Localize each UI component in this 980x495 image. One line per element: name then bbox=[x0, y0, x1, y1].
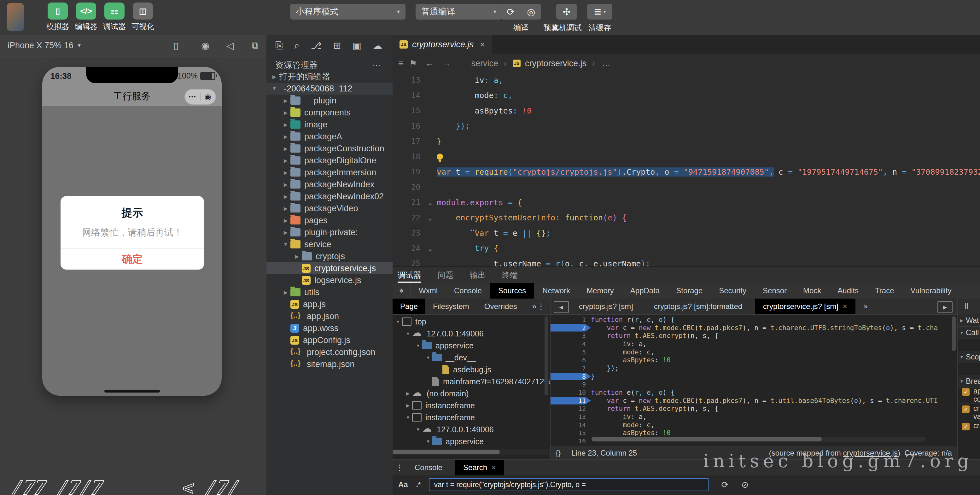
tree-arrow-icon[interactable]: ▶ bbox=[281, 122, 290, 128]
sources-sidebar-tab[interactable]: Overrides bbox=[477, 299, 525, 314]
list-icon[interactable]: ≡ bbox=[398, 58, 403, 68]
toolbar-mode-button-box[interactable]: </> bbox=[76, 3, 96, 19]
tree-arrow-icon[interactable]: ▼ bbox=[404, 415, 412, 420]
breakpoint-line-number[interactable]: 4 bbox=[550, 340, 591, 348]
pause-icon[interactable]: ‖ bbox=[958, 299, 980, 315]
search-input[interactable]: var t = require("cryptojs/cryptojs.js").… bbox=[429, 478, 708, 491]
tree-arrow-icon[interactable]: ▼ bbox=[404, 331, 412, 336]
editor-code-line[interactable]: 16 }); bbox=[393, 119, 980, 134]
editor-code-line[interactable]: 19 var t = require("cryptojs/cryptojs.js… bbox=[393, 164, 980, 180]
breakpoint-line-number[interactable]: 9 bbox=[550, 380, 591, 388]
sources-sidebar-tab[interactable]: Filesystem bbox=[425, 299, 477, 314]
tree-arrow-icon[interactable]: ▶ bbox=[281, 194, 290, 200]
debug-sidebar-section[interactable] bbox=[958, 339, 980, 351]
debugger-tab[interactable]: 调试器 bbox=[398, 267, 421, 283]
sources-code-line[interactable]: 3 return t.AES.encrypt(n, s, { bbox=[550, 332, 957, 340]
sources-code-line[interactable]: 10 function e(r, e, o) { bbox=[550, 388, 957, 396]
tree-row[interactable]: ▶ components bbox=[266, 107, 393, 119]
sources-tree-row[interactable]: ▼ __dev__ bbox=[393, 352, 550, 363]
breadcrumb-item[interactable]: cryptorservice.js bbox=[525, 59, 587, 68]
git-branch-icon[interactable]: ⎇ bbox=[311, 40, 322, 51]
compile-button[interactable]: ⟳ bbox=[501, 4, 521, 19]
tree-arrow-icon[interactable]: ▶ bbox=[404, 391, 412, 396]
sources-tree-row[interactable]: ▼ appservice bbox=[393, 339, 550, 352]
tree-row[interactable]: app.js bbox=[266, 298, 393, 310]
sources-code-line[interactable]: 6 asBpytes: !0 bbox=[550, 356, 957, 364]
devtools-tab[interactable]: Storage bbox=[668, 283, 711, 299]
sources-code-line[interactable]: 12 return t.AES.decrypt(n, s, { bbox=[550, 405, 957, 413]
devtools-tab[interactable]: Console bbox=[446, 283, 490, 299]
dialog-confirm-button[interactable]: 确定 bbox=[60, 248, 204, 270]
tree-arrow-icon[interactable]: ▼ bbox=[958, 330, 966, 335]
tree-row[interactable]: ▶ pages bbox=[266, 214, 393, 226]
fold-icon[interactable]: ⌄ bbox=[423, 214, 437, 222]
sources-code-line[interactable]: 9 bbox=[550, 380, 957, 389]
tree-arrow-icon[interactable]: ▼ bbox=[958, 379, 966, 384]
tree-row[interactable]: ▶ packageImmersion bbox=[266, 167, 393, 178]
close-icon[interactable]: × bbox=[492, 463, 496, 472]
fold-icon[interactable]: ⌄ bbox=[423, 199, 437, 206]
breakpoint-line-number[interactable]: 5 bbox=[550, 349, 591, 356]
debug-sidebar-section[interactable]: ▼ Call bbox=[958, 326, 980, 339]
editor-code[interactable]: 13 iv: a, 14 mode: c, 15 asBpytes: !0 bbox=[393, 73, 980, 271]
sources-code-line[interactable]: 5 mode: c, bbox=[550, 348, 957, 356]
sources-code-line[interactable]: 4 iv: a, bbox=[550, 340, 957, 348]
tree-row[interactable]: ▶ packageNewIndex bbox=[266, 178, 393, 191]
tree-arrow-icon[interactable]: ▼ bbox=[414, 427, 422, 432]
breakpoint-line-number[interactable]: 13 bbox=[550, 413, 591, 420]
debug-sidebar-section[interactable] bbox=[958, 363, 980, 375]
breakpoint-line-number[interactable]: 1 bbox=[550, 316, 591, 323]
tree-row[interactable]: ▶ image bbox=[266, 119, 393, 131]
tree-row[interactable]: ▼ _-2006450068_112 bbox=[266, 83, 393, 95]
split-editor-icon[interactable]: ⊞ bbox=[333, 40, 341, 51]
sources-code[interactable]: 1 function r(r, e, o) { 2 var c = new t.… bbox=[550, 315, 957, 445]
tree-arrow-icon[interactable]: ▶ bbox=[281, 205, 290, 212]
devtools-tab[interactable]: Network bbox=[534, 283, 578, 299]
toolbar-mode-button-box[interactable]: ⚏ bbox=[104, 3, 124, 19]
breakpoint-item[interactable]: ✓ ap co bbox=[958, 386, 980, 404]
tree-arrow-icon[interactable]: ▶ bbox=[281, 229, 290, 236]
tree-arrow-icon[interactable]: ▼ bbox=[281, 242, 290, 247]
debug-sidebar-section[interactable]: ▼ Scop bbox=[958, 351, 980, 363]
clear-cache-button[interactable]: ≣ ▾ bbox=[587, 4, 612, 19]
devtools-tab[interactable]: Wxml bbox=[410, 283, 446, 299]
tab-scroll-right-icon[interactable]: ▶ bbox=[937, 301, 953, 313]
sources-tree-row[interactable]: ▶ instanceframe bbox=[393, 400, 550, 411]
tree-arrow-icon[interactable]: ▼ bbox=[394, 319, 402, 324]
line-number[interactable]: 17 bbox=[393, 137, 423, 146]
copy-icon[interactable]: ⎘ bbox=[275, 40, 283, 51]
phone-icon[interactable]: ▯ bbox=[173, 35, 179, 56]
sources-tree-row[interactable]: ▶ (no domain) bbox=[393, 387, 550, 400]
refresh-icon[interactable]: ⟳ bbox=[721, 479, 729, 490]
capsule-menu[interactable]: ••• ◉ bbox=[185, 89, 216, 105]
checkbox-checked-icon[interactable]: ✓ bbox=[962, 423, 970, 430]
sources-tree-row[interactable]: asdebug.js bbox=[393, 363, 550, 376]
devtools-tab[interactable]: Security bbox=[711, 283, 754, 299]
toolbar-mode-button[interactable]: </> 编辑器 bbox=[76, 3, 97, 32]
tree-row[interactable]: ▶ packageVideo bbox=[266, 202, 393, 214]
tree-row[interactable]: ▶ packageConstruction bbox=[266, 143, 393, 154]
sources-code-line[interactable]: 14 mode: c, bbox=[550, 421, 957, 429]
devtools-tab[interactable]: Sensor bbox=[754, 283, 795, 299]
toolbar-mode-button-box[interactable]: ◫ bbox=[133, 3, 153, 19]
editor-code-line[interactable]: 15 asBpytes: !0 bbox=[393, 103, 980, 119]
debugger-tab[interactable]: 问题 bbox=[438, 267, 453, 283]
tree-arrow-icon[interactable]: ▼ bbox=[424, 355, 432, 360]
editor-code-line[interactable]: 23 var t = e || {}; bbox=[393, 225, 980, 241]
tree-arrow-icon[interactable]: ▶ bbox=[281, 134, 290, 140]
scrollbar-thumb[interactable] bbox=[592, 437, 822, 441]
drawer-tab[interactable]: Search × bbox=[455, 460, 504, 476]
tree-arrow-icon[interactable]: ▶ bbox=[281, 181, 290, 188]
sources-code-line[interactable]: 15 asBpytes: !0 bbox=[550, 429, 957, 437]
toolbar-mode-button[interactable]: ◫ 可视化 bbox=[132, 3, 153, 32]
tree-arrow-icon[interactable]: ▶ bbox=[281, 98, 290, 104]
compile-select[interactable]: 普通编译 ▾ bbox=[415, 4, 502, 19]
panel-icon[interactable]: ▣ bbox=[353, 40, 361, 51]
kebab-menu-icon[interactable]: ⋮ bbox=[393, 460, 406, 476]
tree-arrow-icon[interactable]: ▶ bbox=[958, 318, 966, 323]
record-icon[interactable]: ◉ bbox=[201, 35, 209, 56]
breadcrumb-item[interactable]: … bbox=[602, 59, 611, 68]
lightbulb-icon[interactable] bbox=[437, 154, 443, 160]
breakpoint-line-number[interactable]: 2 bbox=[550, 324, 591, 332]
match-case-toggle[interactable]: Aa bbox=[398, 480, 408, 489]
